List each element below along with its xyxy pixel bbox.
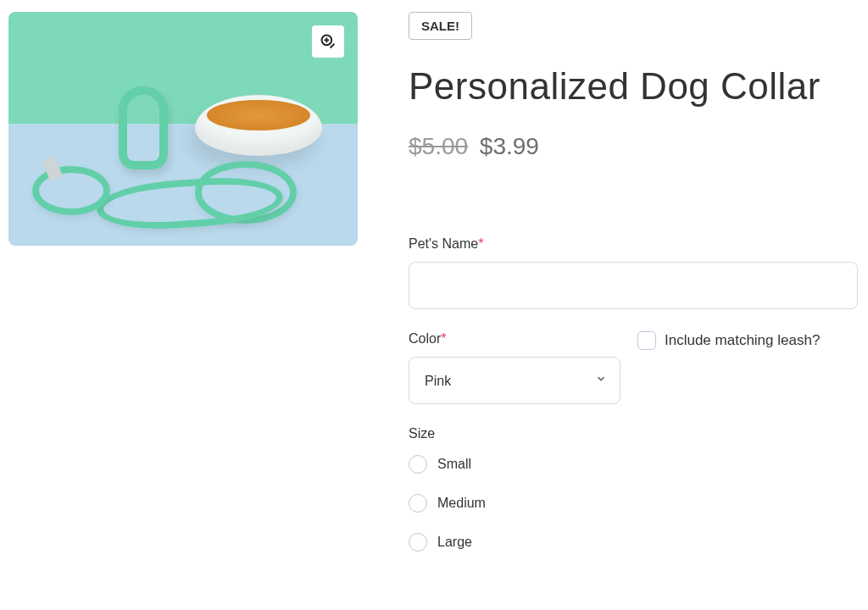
leash-checkbox-label: Include matching leash? (665, 332, 820, 349)
required-mark: * (441, 331, 446, 346)
leash-illustration (32, 166, 110, 215)
leash-checkbox[interactable] (637, 331, 656, 350)
product-image-section (8, 12, 358, 574)
size-option-large[interactable]: Large (409, 533, 858, 552)
size-option-label: Large (437, 535, 472, 550)
zoom-button[interactable] (312, 25, 344, 58)
pet-name-input[interactable] (409, 262, 858, 309)
radio-icon (409, 494, 427, 513)
bowl-illustration (195, 95, 322, 156)
pet-name-field: Pet's Name* (409, 236, 858, 309)
size-option-label: Medium (437, 496, 486, 511)
radio-icon (409, 533, 427, 552)
product-image[interactable] (8, 12, 358, 246)
collar-illustration (119, 86, 168, 169)
zoom-in-icon (320, 33, 337, 50)
price-original: $5.00 (409, 133, 468, 159)
product-title: Personalized Dog Collar (409, 65, 858, 108)
leash-checkbox-field[interactable]: Include matching leash? (637, 331, 858, 350)
size-field: Size Small Medium Large (409, 426, 858, 552)
size-label: Size (409, 426, 858, 441)
color-leash-row: Color* Pink Include matching leash? (409, 331, 858, 404)
radio-icon (409, 455, 427, 474)
price: $5.00 $3.99 (409, 133, 858, 160)
color-label: Color* (409, 331, 620, 347)
color-label-text: Color (409, 331, 441, 346)
product-page: SALE! Personalized Dog Collar $5.00 $3.9… (8, 12, 860, 574)
size-option-medium[interactable]: Medium (409, 494, 858, 513)
required-mark: * (478, 236, 483, 251)
size-option-label: Small (437, 457, 471, 472)
product-details: SALE! Personalized Dog Collar $5.00 $3.9… (409, 12, 858, 574)
price-sale: $3.99 (480, 133, 539, 159)
size-option-small[interactable]: Small (409, 455, 858, 474)
pet-name-label: Pet's Name* (409, 236, 858, 252)
color-field: Color* Pink (409, 331, 620, 404)
leash-illustration (95, 173, 284, 233)
size-radio-group: Small Medium Large (409, 455, 858, 552)
pet-name-label-text: Pet's Name (409, 236, 478, 251)
color-select[interactable]: Pink (409, 357, 620, 404)
sale-badge: SALE! (409, 12, 472, 40)
svg-line-3 (331, 44, 335, 48)
